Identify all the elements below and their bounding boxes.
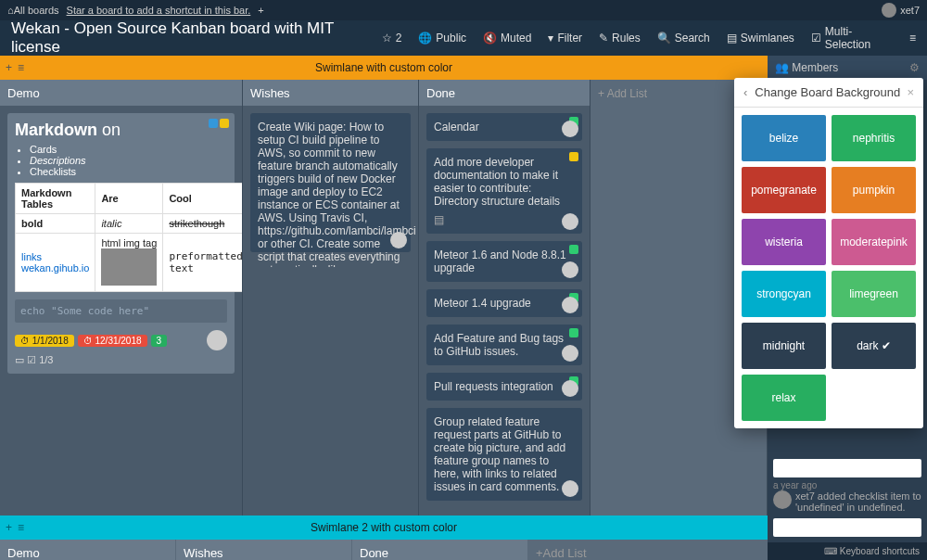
visibility[interactable]: 🌐Public bbox=[418, 32, 466, 45]
menu-btn[interactable]: ≡ bbox=[909, 32, 916, 45]
list-done: Done CalendarAdd more developer document… bbox=[419, 80, 590, 515]
username[interactable]: xet7 bbox=[900, 5, 920, 16]
list2-demo[interactable]: Demo bbox=[0, 540, 176, 560]
card-avatar[interactable] bbox=[562, 345, 578, 362]
card-avatar[interactable] bbox=[562, 213, 578, 230]
card-avatar[interactable] bbox=[390, 232, 407, 248]
swimlane-icon: ▤ bbox=[727, 32, 737, 45]
swimlane2-header[interactable]: + ≡ Swimlane 2 with custom color bbox=[0, 515, 768, 540]
star-hint[interactable]: Star a board to add a shortcut in this b… bbox=[67, 5, 251, 16]
checklist-icon: ☑ bbox=[27, 354, 36, 365]
list2-add[interactable]: + Add List bbox=[528, 540, 768, 560]
color-tile-pumpkin[interactable]: pumpkin bbox=[832, 167, 916, 213]
swimlane-menu-icon[interactable]: ≡ bbox=[18, 521, 24, 534]
activity-box bbox=[773, 518, 921, 537]
search-btn[interactable]: 🔍Search bbox=[657, 32, 710, 45]
list2-wishes[interactable]: Wishes bbox=[176, 540, 352, 560]
color-tile-belize[interactable]: belize bbox=[742, 115, 826, 161]
close-icon[interactable]: × bbox=[907, 85, 914, 99]
star-icon: ☆ bbox=[382, 32, 392, 45]
add-swimlane-icon[interactable]: + bbox=[6, 61, 12, 74]
search-icon: 🔍 bbox=[657, 32, 671, 45]
members-header[interactable]: 👥 Members ⚙ bbox=[768, 56, 927, 80]
filter-icon: ▾ bbox=[548, 32, 553, 45]
card-avatar[interactable] bbox=[207, 330, 227, 350]
comment-icon: ▭ bbox=[15, 354, 24, 365]
card-done[interactable]: Calendar bbox=[426, 113, 582, 141]
board-title[interactable]: Wekan - Open Source Kanban board with MI… bbox=[11, 19, 365, 57]
add-board-icon[interactable]: + bbox=[258, 5, 263, 16]
all-boards-link[interactable]: All boards bbox=[14, 5, 59, 16]
color-tile-wisteria[interactable]: wisteria bbox=[742, 219, 826, 265]
card-label bbox=[569, 152, 578, 161]
color-tile-limegreen[interactable]: limegreen bbox=[832, 271, 916, 317]
popup-title: Change Board Background bbox=[755, 85, 900, 99]
card-avatar[interactable] bbox=[562, 480, 578, 497]
rules-btn[interactable]: ✎Rules bbox=[599, 32, 641, 45]
card-meta: ⏱ 1/1/2018 ⏱ 12/31/2018 3 bbox=[15, 330, 227, 350]
swimlane-menu-icon[interactable]: ≡ bbox=[18, 61, 24, 74]
card-avatar[interactable] bbox=[562, 261, 578, 278]
code-block: echo "Some code here" bbox=[15, 299, 227, 323]
card-text: Add Feature and Bug tags to GitHub issue… bbox=[434, 332, 564, 358]
inline-image bbox=[101, 248, 157, 286]
start-date-pill[interactable]: ⏱ 1/1/2018 bbox=[15, 335, 74, 347]
activity-time: a year ago bbox=[773, 480, 921, 490]
card-label bbox=[569, 328, 578, 337]
card-avatar[interactable] bbox=[562, 380, 578, 397]
add-swimlane-icon[interactable]: + bbox=[6, 521, 12, 534]
globe-icon: 🌐 bbox=[418, 32, 432, 45]
card-avatar[interactable] bbox=[562, 297, 578, 313]
card-text: Meteor 1.4 upgrade bbox=[434, 297, 531, 310]
color-tile-moderatepink[interactable]: moderatepink bbox=[832, 219, 916, 265]
card-wishes-ci[interactable]: Create Wiki page: How to setup CI build … bbox=[250, 113, 411, 252]
end-date-pill[interactable]: ⏱ 12/31/2018 bbox=[78, 335, 147, 347]
color-tile-relax[interactable]: relax bbox=[742, 375, 826, 421]
card-done[interactable]: Pull requests integration bbox=[426, 373, 582, 401]
back-icon[interactable]: ‹ bbox=[743, 85, 747, 99]
list-header-demo[interactable]: Demo bbox=[0, 80, 242, 106]
pencil-icon: ✎ bbox=[599, 32, 608, 45]
card-avatar[interactable] bbox=[562, 121, 578, 137]
card-markdown[interactable]: Markdown on Cards Descriptions Checklist… bbox=[7, 113, 235, 374]
markdown-title: Markdown on bbox=[15, 121, 227, 140]
check-icon: ☑ bbox=[811, 32, 821, 45]
count-pill: 3 bbox=[151, 335, 168, 347]
user-avatar[interactable] bbox=[882, 3, 896, 18]
activity-text: xet7 added checklist item to 'undefined'… bbox=[795, 490, 921, 513]
swimlane1-header[interactable]: + ≡ Swimlane with custom color bbox=[0, 56, 768, 80]
background-popup: ‹ Change Board Background × belizenephri… bbox=[734, 78, 923, 428]
keyboard-shortcuts[interactable]: ⌨ Keyboard shortcuts bbox=[768, 542, 927, 560]
card-done[interactable]: Add more developer documentation to make… bbox=[426, 148, 582, 234]
card-done[interactable]: Group related feature request parts at G… bbox=[426, 408, 582, 501]
markdown-bullets: Cards Descriptions Checklists bbox=[30, 144, 227, 177]
color-tile-midnight[interactable]: midnight bbox=[742, 323, 826, 369]
card-text: Pull requests integration bbox=[434, 380, 553, 393]
swimlane1-title: Swimlane with custom color bbox=[315, 61, 452, 74]
color-tile-nephritis[interactable]: nephritis bbox=[832, 115, 916, 161]
desc-icon: ▤ bbox=[434, 213, 575, 226]
home-icon[interactable]: ⌂ bbox=[7, 5, 14, 16]
swimlanes-btn[interactable]: ▤Swimlanes bbox=[727, 32, 794, 45]
filter-btn[interactable]: ▾Filter bbox=[548, 32, 582, 45]
top-bar: ⌂ All boards Star a board to add a short… bbox=[0, 0, 927, 20]
list-header-wishes[interactable]: Wishes bbox=[243, 80, 418, 106]
card-done[interactable]: Add Feature and Bug tags to GitHub issue… bbox=[426, 325, 582, 365]
popup-header: ‹ Change Board Background × bbox=[734, 78, 923, 108]
list-header-done[interactable]: Done bbox=[419, 80, 590, 106]
star-count[interactable]: ☆2 bbox=[382, 32, 402, 45]
color-tile-pomegranate[interactable]: pomegranate bbox=[742, 167, 826, 213]
card-text: Add more developer documentation to make… bbox=[434, 156, 560, 208]
card-done[interactable]: Meteor 1.4 upgrade bbox=[426, 289, 582, 317]
mute-icon: 🔇 bbox=[483, 32, 497, 45]
gear-icon[interactable]: ⚙ bbox=[909, 61, 920, 74]
swimlane2-title: Swimlane 2 with custom color bbox=[311, 521, 457, 534]
color-tile-dark[interactable]: dark ✔ bbox=[832, 323, 916, 369]
muted[interactable]: 🔇Muted bbox=[483, 32, 531, 45]
card-text: Calendar bbox=[434, 121, 479, 134]
list2-done[interactable]: Done bbox=[352, 540, 528, 560]
color-tile-strongcyan[interactable]: strongcyan bbox=[742, 271, 826, 317]
card-done[interactable]: Meteor 1.6 and Node 8.8.1 upgrade bbox=[426, 241, 582, 282]
multi-select-btn[interactable]: ☑Multi-Selection bbox=[811, 25, 893, 51]
members-icon: 👥 bbox=[775, 61, 789, 74]
